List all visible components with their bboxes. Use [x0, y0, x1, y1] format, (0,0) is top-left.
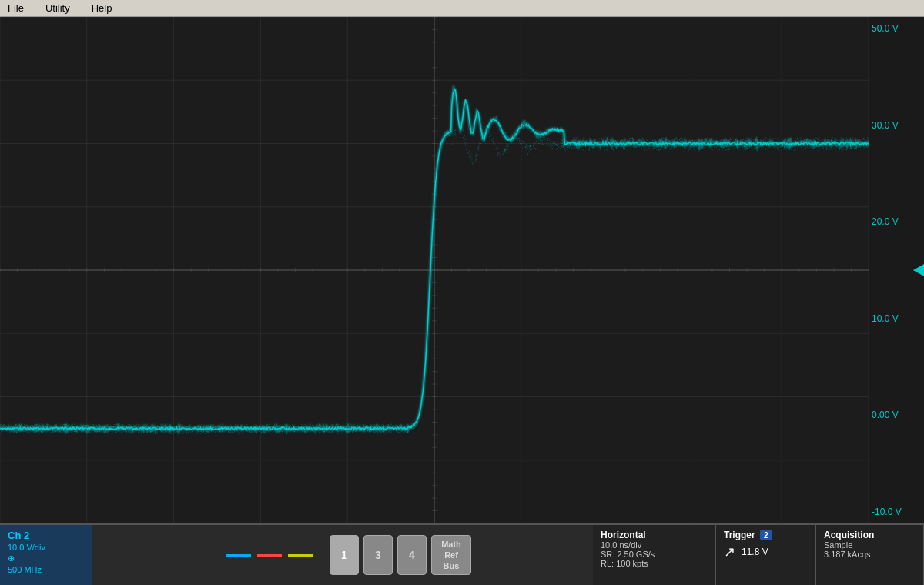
scale-30v: 30.0 V	[872, 120, 921, 131]
channel-buttons-section: 1 3 4 MathRefBus	[92, 525, 593, 585]
horizontal-section[interactable]: Horizontal 10.0 ns/div SR: 2.50 GS/s RL:…	[593, 525, 716, 585]
ch3-indicator	[288, 554, 313, 557]
trigger-slope-icon: ↗	[724, 543, 735, 560]
horizontal-header: Horizontal	[601, 530, 654, 540]
channel-indicators	[214, 554, 325, 557]
ch1-color-line	[226, 554, 251, 557]
ch2-bw-icon: ⊕	[8, 553, 15, 563]
scale-0v: 0.00 V	[872, 410, 921, 420]
ch3-color-line	[288, 554, 313, 557]
horizontal-sample-rate: SR: 2.50 GS/s	[601, 550, 654, 559]
grid-area: C2	[0, 17, 869, 523]
ch2-indicator	[257, 554, 282, 557]
trigger-value: 11.8 V	[742, 547, 768, 557]
trigger-label: Trigger	[724, 530, 755, 540]
status-bar: Ch 2 10.0 V/div ⊕ 500 MHz 1 3 4	[0, 523, 924, 585]
trigger-header-row: Trigger 2	[724, 530, 772, 540]
menu-file[interactable]: File	[3, 1, 28, 15]
acquisition-mode: Sample	[824, 540, 874, 550]
scale-neg10v: -10.0 V	[872, 506, 921, 517]
trigger-channel-badge: 2	[760, 530, 772, 540]
acquisition-rate: 3.187 kAcqs	[824, 550, 874, 559]
menu-help[interactable]: Help	[87, 1, 117, 15]
acquisition-header: Acquisition	[824, 530, 874, 540]
ch2-bw: 500 MHz	[8, 565, 42, 574]
channel-1-button[interactable]: 1	[330, 535, 359, 575]
scale-50v: 50.0 V	[872, 23, 921, 34]
scale-20v: 20.0 V	[872, 216, 921, 227]
math-ref-bus-label: MathRefBus	[441, 539, 461, 572]
horizontal-record-length: RL: 100 kpts	[601, 559, 654, 568]
trigger-level-arrow	[913, 264, 924, 276]
scale-labels: 50.0 V 30.0 V 20.0 V 10.0 V 0.00 V -10.0…	[869, 17, 924, 523]
menu-utility[interactable]: Utility	[41, 1, 75, 15]
scope-screen: C2 50.0 V 30.0 V 20.0 V 10.0 V 0.00 V -1…	[0, 17, 924, 523]
oscilloscope-canvas	[0, 17, 869, 523]
math-ref-bus-button[interactable]: MathRefBus	[431, 535, 471, 575]
ch2-color-line	[257, 554, 282, 557]
channel-4-button[interactable]: 4	[397, 535, 427, 575]
channel-3-button[interactable]: 3	[363, 535, 393, 575]
horizontal-time-div: 10.0 ns/div	[601, 540, 654, 550]
menu-bar: File Utility Help	[0, 0, 924, 17]
trigger-section[interactable]: Trigger 2 ↗ 11.8 V	[716, 525, 816, 585]
ch2-vdiv: 10.0 V/div	[8, 543, 45, 552]
acquisition-section[interactable]: Acquisition Sample 3.187 kAcqs	[816, 525, 924, 585]
scale-10v: 10.0 V	[872, 313, 921, 324]
ch2-section[interactable]: Ch 2 10.0 V/div ⊕ 500 MHz	[0, 525, 92, 585]
ch2-header: Ch 2	[8, 530, 29, 541]
ch1-indicator	[226, 554, 251, 557]
